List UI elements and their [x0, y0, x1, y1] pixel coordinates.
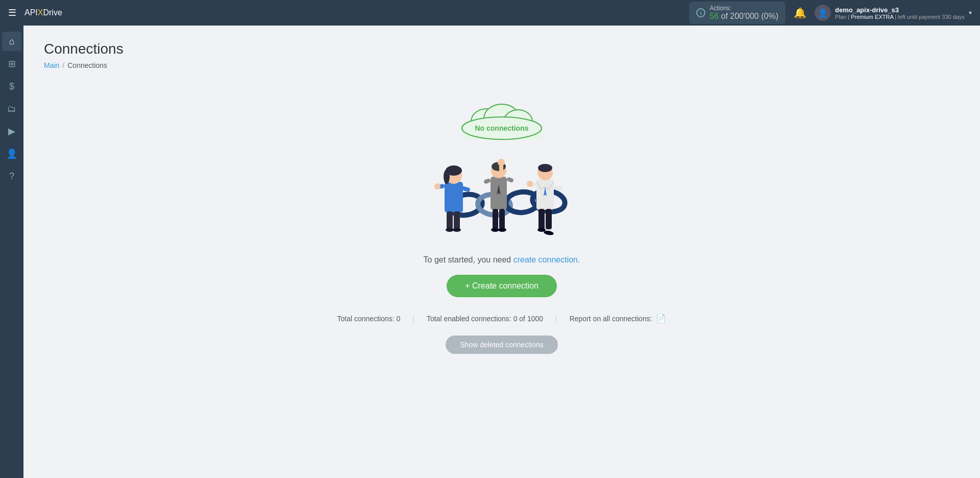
actions-current: 56 [709, 12, 719, 20]
svg-rect-22 [491, 177, 507, 210]
svg-point-44 [527, 181, 533, 187]
info-icon: i [696, 8, 705, 17]
total-connections-label: Total connections: [337, 315, 395, 323]
stats-row: Total connections: 0 | Total enabled con… [337, 314, 667, 323]
sidebar-item-home[interactable]: ⌂ [2, 32, 21, 51]
logo-drive: Drive [43, 8, 62, 17]
total-enabled-label: Total enabled connections: [427, 315, 511, 323]
svg-point-14 [444, 170, 450, 184]
bell-icon[interactable]: 🔔 [794, 7, 806, 19]
actions-box[interactable]: i Actions: 56 of 200'000 (0%) [689, 2, 786, 24]
total-enabled-max: 1000 [527, 315, 543, 323]
user-section[interactable]: 👤 demo_apix-drive_s3 Plan | Premium EXTR… [815, 5, 972, 21]
layout: ⌂ ⊞ $ 🗂 ▶ 👤 ? Connections Main / Connect… [0, 26, 980, 478]
svg-point-36 [538, 164, 552, 172]
actions-of: of [721, 12, 730, 20]
billing-icon: $ [9, 81, 14, 92]
user-name: demo_apix-drive_s3 [835, 6, 965, 14]
total-connections-value: 0 [397, 315, 401, 323]
home-icon: ⌂ [9, 36, 15, 47]
svg-rect-33 [499, 164, 503, 173]
sidebar-item-apps[interactable]: 🗂 [2, 99, 21, 118]
apps-icon: 🗂 [7, 104, 16, 114]
svg-rect-27 [499, 209, 505, 229]
media-icon: ▶ [8, 126, 15, 137]
hamburger-menu[interactable]: ☰ [8, 7, 16, 18]
center-content: No connections [44, 90, 960, 364]
svg-text:No connections: No connections [475, 124, 528, 132]
actions-percent: (0%) [761, 12, 778, 20]
svg-rect-30 [483, 178, 491, 184]
breadcrumb-current: Connections [67, 61, 107, 69]
user-plan: Plan | Premium EXTRA | left until paymen… [835, 14, 965, 20]
total-enabled-of: of [519, 315, 525, 323]
svg-point-29 [498, 228, 506, 232]
svg-point-28 [491, 228, 499, 232]
svg-rect-11 [445, 182, 463, 212]
info-text: To get started, you need create connecti… [424, 255, 580, 265]
sidebar-item-profile[interactable]: 👤 [2, 144, 21, 163]
breadcrumb-separator: / [62, 61, 64, 69]
illustration: No connections [405, 100, 599, 243]
profile-icon: 👤 [6, 148, 17, 159]
user-info: demo_apix-drive_s3 Plan | Premium EXTRA … [835, 6, 965, 20]
svg-rect-39 [546, 209, 552, 229]
stats-separator2: | [555, 315, 557, 323]
svg-rect-15 [447, 211, 453, 229]
svg-rect-16 [454, 211, 460, 229]
navbar: ☰ APIXDrive i Actions: 56 of 200'000 (0%… [0, 0, 980, 26]
svg-rect-26 [493, 209, 498, 229]
total-connections: Total connections: 0 [337, 315, 401, 323]
svg-point-18 [453, 228, 461, 232]
user-avatar: 👤 [815, 5, 831, 21]
breadcrumb: Main / Connections [44, 61, 960, 69]
create-connection-link[interactable]: create connection. [513, 255, 580, 264]
sidebar-item-dashboard[interactable]: ⊞ [2, 54, 21, 74]
report: Report on all connections: 📄 [570, 314, 667, 323]
logo-api: API [24, 8, 38, 17]
actions-value: 56 of 200'000 (0%) [709, 12, 778, 21]
svg-point-17 [446, 228, 454, 232]
actions-total: 200'000 [730, 12, 758, 20]
sidebar-item-billing[interactable]: $ [2, 77, 21, 96]
breadcrumb-main[interactable]: Main [44, 61, 59, 69]
total-enabled-value: 0 [513, 315, 518, 323]
show-deleted-button[interactable]: Show deleted connections [446, 336, 557, 354]
main-content: Connections Main / Connections [23, 26, 980, 478]
sidebar: ⌂ ⊞ $ 🗂 ▶ 👤 ? [0, 26, 23, 478]
total-enabled: Total enabled connections: 0 of 1000 [427, 315, 543, 323]
dashboard-icon: ⊞ [8, 58, 16, 69]
create-connection-button[interactable]: + Create connection [447, 275, 557, 297]
page-title: Connections [44, 41, 960, 57]
actions-text: Actions: 56 of 200'000 (0%) [709, 5, 778, 21]
report-icon[interactable]: 📄 [656, 314, 666, 323]
navbar-right: i Actions: 56 of 200'000 (0%) 🔔 👤 demo_a… [689, 2, 972, 24]
sidebar-item-help[interactable]: ? [2, 166, 21, 186]
stats-separator1: | [412, 315, 414, 323]
actions-label: Actions: [709, 5, 778, 12]
svg-rect-38 [538, 209, 545, 229]
logo: APIXDrive [24, 8, 62, 17]
people-illustration [415, 136, 589, 243]
logo-x: X [38, 8, 43, 17]
svg-point-21 [434, 183, 440, 189]
report-label: Report on all connections: [570, 315, 652, 323]
svg-rect-31 [506, 177, 514, 183]
navbar-left: ☰ APIXDrive [8, 7, 62, 18]
help-icon: ? [9, 171, 14, 182]
cloud-svg: No connections [456, 100, 548, 141]
info-text-before: To get started, you need [424, 255, 511, 264]
sidebar-item-media[interactable]: ▶ [2, 122, 21, 141]
chevron-down-icon: ▾ [969, 9, 972, 16]
avatar-icon: 👤 [818, 8, 828, 18]
